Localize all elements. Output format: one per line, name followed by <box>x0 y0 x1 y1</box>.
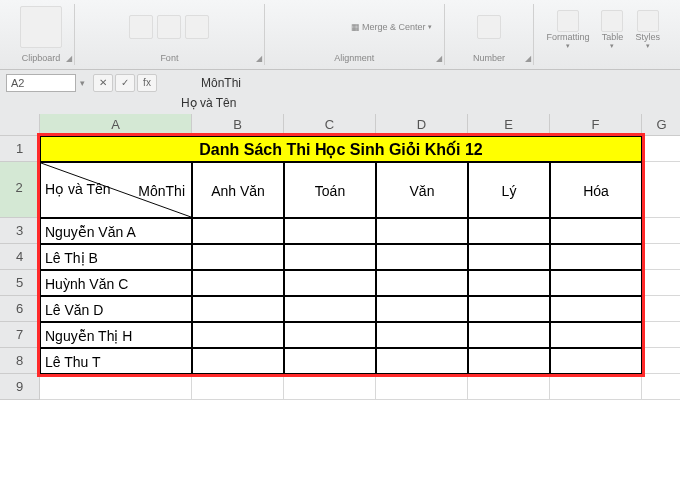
student-name-cell[interactable]: Huỳnh Văn C <box>40 270 192 296</box>
student-name-cell[interactable]: Nguyễn Thị H <box>40 322 192 348</box>
cell[interactable] <box>192 218 284 244</box>
cell[interactable] <box>550 270 642 296</box>
column-header[interactable]: A <box>40 114 192 136</box>
column-header[interactable]: C <box>284 114 376 136</box>
cell[interactable] <box>376 296 468 322</box>
fx-button[interactable]: fx <box>137 74 157 92</box>
cell[interactable] <box>40 374 192 400</box>
cell[interactable] <box>468 244 550 270</box>
cell[interactable] <box>642 296 680 322</box>
student-name-cell[interactable]: Lê Thu T <box>40 348 192 374</box>
row-header[interactable]: 3 <box>0 218 40 244</box>
cell[interactable] <box>192 322 284 348</box>
row-header[interactable]: 6 <box>0 296 40 322</box>
row-header[interactable]: 4 <box>0 244 40 270</box>
cell[interactable] <box>284 296 376 322</box>
column-header[interactable]: G <box>642 114 680 136</box>
cell[interactable] <box>284 270 376 296</box>
cell[interactable] <box>468 270 550 296</box>
header-cell[interactable]: Hóa <box>550 162 642 218</box>
student-name-cell[interactable]: Lê Thị B <box>40 244 192 270</box>
dialog-launcher-icon[interactable]: ◢ <box>66 54 72 63</box>
number-button[interactable] <box>477 15 501 39</box>
font-button[interactable] <box>129 15 153 39</box>
header-cell[interactable]: Anh Văn <box>192 162 284 218</box>
cell[interactable] <box>192 244 284 270</box>
cell[interactable] <box>468 218 550 244</box>
cell[interactable] <box>642 162 680 218</box>
cell[interactable] <box>284 244 376 270</box>
ribbon-group-number: Number ◢ <box>445 4 535 65</box>
cell[interactable] <box>376 270 468 296</box>
dropdown-icon[interactable]: ▾ <box>80 78 85 88</box>
cell[interactable] <box>376 374 468 400</box>
cell[interactable] <box>642 136 680 162</box>
cell[interactable] <box>550 296 642 322</box>
header-cell[interactable]: Toán <box>284 162 376 218</box>
cell[interactable] <box>468 296 550 322</box>
cell[interactable] <box>642 218 680 244</box>
column-header[interactable]: D <box>376 114 468 136</box>
cell[interactable] <box>376 244 468 270</box>
column-header[interactable]: F <box>550 114 642 136</box>
conditional-formatting-button[interactable]: Formatting▾ <box>546 10 589 50</box>
cell[interactable] <box>642 322 680 348</box>
header-cell[interactable]: Lý <box>468 162 550 218</box>
column-header[interactable]: E <box>468 114 550 136</box>
table-title-cell[interactable]: Danh Sách Thi Học Sinh Giỏi Khối 12 <box>40 136 642 162</box>
cell[interactable] <box>468 322 550 348</box>
cell[interactable] <box>284 218 376 244</box>
cell[interactable] <box>550 374 642 400</box>
cell[interactable] <box>284 322 376 348</box>
cell[interactable] <box>376 322 468 348</box>
ribbon-label-alignment: Alignment <box>277 53 432 65</box>
select-all-corner[interactable] <box>0 114 40 136</box>
cell[interactable] <box>468 348 550 374</box>
cell[interactable] <box>642 270 680 296</box>
cell[interactable] <box>550 244 642 270</box>
row-header[interactable]: 8 <box>0 348 40 374</box>
diagonal-header-cell[interactable]: MônThi Họ và Tên <box>40 162 192 218</box>
cell[interactable] <box>284 348 376 374</box>
font-button[interactable] <box>157 15 181 39</box>
cell[interactable] <box>550 348 642 374</box>
dialog-launcher-icon[interactable]: ◢ <box>525 54 531 63</box>
paste-button[interactable] <box>20 6 62 48</box>
cell[interactable] <box>642 244 680 270</box>
cell[interactable] <box>550 218 642 244</box>
column-header[interactable]: B <box>192 114 284 136</box>
dialog-launcher-icon[interactable]: ◢ <box>256 54 262 63</box>
name-box[interactable] <box>6 74 76 92</box>
student-name-cell[interactable]: Lê Văn D <box>40 296 192 322</box>
cell[interactable] <box>468 374 550 400</box>
format-table-button[interactable]: Table▾ <box>601 10 623 50</box>
row-header[interactable]: 9 <box>0 374 40 400</box>
cell[interactable] <box>642 348 680 374</box>
ribbon-toolbar: Clipboard ◢ Font ◢ ▦ Merge & Center ▾ Al… <box>0 0 680 70</box>
cell[interactable] <box>376 348 468 374</box>
row-headers: 1 2 3 4 5 6 7 8 9 <box>0 114 40 400</box>
cell[interactable] <box>284 374 376 400</box>
merge-center-label[interactable]: Merge & Center <box>362 22 426 32</box>
formula-text-line1: MônThi <box>201 76 241 90</box>
cell[interactable] <box>192 296 284 322</box>
cell[interactable] <box>642 374 680 400</box>
dropdown-icon[interactable]: ▾ <box>428 23 432 31</box>
cancel-button[interactable]: ✕ <box>93 74 113 92</box>
student-name-cell[interactable]: Nguyễn Văn A <box>40 218 192 244</box>
cell-styles-button[interactable]: Styles▾ <box>635 10 660 50</box>
header-cell[interactable]: Văn <box>376 162 468 218</box>
spreadsheet-grid[interactable]: 1 2 3 4 5 6 7 8 9 A B C D E F G Danh Sác… <box>0 114 680 400</box>
cell[interactable] <box>550 322 642 348</box>
row-header[interactable]: 7 <box>0 322 40 348</box>
cell[interactable] <box>192 348 284 374</box>
row-header[interactable]: 1 <box>0 136 40 162</box>
cell[interactable] <box>376 218 468 244</box>
dialog-launcher-icon[interactable]: ◢ <box>436 54 442 63</box>
font-button[interactable] <box>185 15 209 39</box>
row-header[interactable]: 5 <box>0 270 40 296</box>
enter-button[interactable]: ✓ <box>115 74 135 92</box>
cell[interactable] <box>192 374 284 400</box>
row-header[interactable]: 2 <box>0 162 40 218</box>
cell[interactable] <box>192 270 284 296</box>
